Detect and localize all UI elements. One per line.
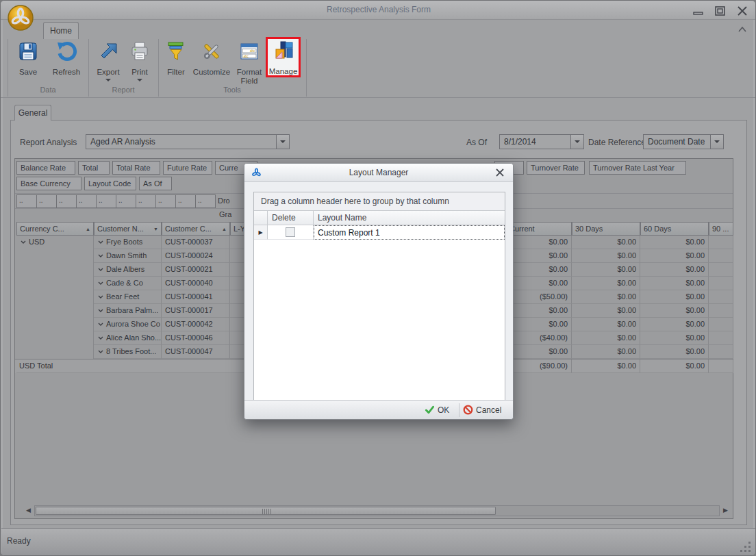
date-reference-label: Date Reference [588, 138, 646, 147]
dialog-grid-header-row: Delete Layout Name [254, 211, 505, 225]
dialog-close-icon[interactable] [495, 168, 505, 177]
grand-total-label: Gra [219, 210, 231, 218]
filter-cell[interactable]: .. [195, 194, 216, 208]
column-header-90-days[interactable]: 90 ... [709, 222, 733, 236]
close-button[interactable] [735, 6, 750, 16]
field-chip-total-rate[interactable]: Total Rate [112, 161, 160, 175]
ribbon-bottom-border [1, 97, 756, 98]
delete-checkbox[interactable] [286, 227, 295, 237]
column-header-current[interactable]: Current [506, 222, 572, 236]
filter-button[interactable]: Filter [162, 40, 190, 77]
restore-button[interactable] [713, 6, 728, 16]
print-button[interactable]: Print [126, 40, 153, 81]
filter-cell[interactable]: .. [155, 194, 176, 208]
expand-chevron-icon[interactable] [98, 268, 103, 271]
expand-chevron-icon[interactable] [98, 350, 103, 353]
expand-chevron-icon[interactable] [98, 281, 103, 285]
field-chip-turnover-rate-last-year[interactable]: Turnover Rate Last Year [589, 161, 686, 175]
resize-grip[interactable] [740, 541, 752, 553]
filter-cell[interactable]: .. [116, 194, 136, 208]
filter-cell[interactable]: .. [76, 194, 97, 208]
minimize-button[interactable] [691, 6, 706, 16]
chevron-down-icon [575, 140, 580, 143]
ribbon-group-data: Data [8, 86, 88, 94]
format-field-button[interactable]: abc abc Format Field [234, 40, 264, 86]
column-header-customer-name[interactable]: ▼ Customer N... [94, 222, 162, 236]
app-logo-button[interactable] [7, 4, 34, 31]
as-of-value: 8/1/2014 [504, 137, 536, 147]
tab-general[interactable]: General [14, 105, 51, 121]
column-header-30-days[interactable]: 30 Days [572, 222, 640, 236]
filter-label: Filter [162, 68, 190, 77]
expand-chevron-icon[interactable] [98, 254, 103, 257]
save-label: Save [12, 68, 44, 77]
format-field-icon: abc abc [238, 40, 260, 62]
print-icon [129, 40, 151, 62]
report-analysis-combo[interactable]: Aged AR Analysis [86, 134, 290, 149]
chevron-down-icon [280, 140, 286, 143]
column-header-customer-code[interactable]: ▲ Customer C... [162, 222, 230, 236]
field-chip-turnover-rate[interactable]: Turnover Rate [527, 161, 585, 175]
print-dropdown-arrow-icon[interactable] [137, 79, 142, 81]
layout-name-cell[interactable]: Custom Report 1 [314, 225, 505, 240]
report-analysis-dropdown-button[interactable] [276, 135, 289, 149]
filter-cell[interactable]: .. [96, 194, 116, 208]
expand-chevron-icon[interactable] [98, 336, 103, 340]
filter-cell[interactable]: .. [56, 194, 77, 208]
title-bar: Retrospective Analysis Form [1, 1, 756, 20]
refresh-label: Refresh [47, 68, 86, 77]
column-header-layout-name[interactable]: Layout Name [314, 211, 505, 225]
customize-button[interactable]: Customize [192, 40, 231, 77]
as-of-combo[interactable]: 8/1/2014 [499, 134, 584, 149]
export-button[interactable]: Export [92, 40, 125, 81]
tab-home[interactable]: Home [43, 22, 79, 39]
manage-button[interactable]: Manage [268, 40, 299, 76]
dialog-layout-grid: Drag a column header here to group by th… [253, 192, 505, 401]
expand-chevron-icon[interactable] [98, 295, 103, 299]
delete-cell[interactable] [268, 225, 314, 240]
ok-button[interactable]: OK [425, 403, 456, 417]
group-by-hint[interactable]: Drag a column header here to group by th… [254, 192, 505, 211]
scrollbar-grip [262, 509, 271, 514]
horizontal-scrollbar-track[interactable] [34, 505, 720, 516]
horizontal-scrollbar-thumb[interactable] [36, 507, 496, 515]
dialog-grid-row[interactable]: ▶ Custom Report 1 [254, 225, 505, 240]
status-bar: Ready [1, 528, 756, 556]
save-button[interactable]: Save [12, 40, 44, 77]
date-reference-dropdown-button[interactable] [710, 135, 723, 149]
ribbon-group-report: Report [88, 86, 158, 94]
field-chip-total[interactable]: Total [78, 161, 110, 175]
filter-cell[interactable]: .. [175, 194, 196, 208]
manage-icon [273, 40, 294, 62]
field-chip-future-rate[interactable]: Future Rate [163, 161, 212, 175]
expand-chevron-icon[interactable] [98, 309, 103, 312]
field-chip-layout-code[interactable]: Layout Code [84, 177, 136, 190]
column-header-currency[interactable]: ▲ Currency C... [16, 222, 94, 236]
field-chip-as-of[interactable]: As Of [139, 177, 172, 190]
ribbon-group-separator [306, 39, 307, 97]
filter-cell[interactable]: .. [136, 194, 156, 208]
column-header-60-days[interactable]: 60 Days [640, 222, 709, 236]
row-indicator-icon: ▶ [254, 225, 268, 240]
expand-chevron-icon[interactable] [98, 323, 103, 326]
dialog-title-bar[interactable]: Layout Manager [244, 164, 513, 182]
as-of-dropdown-button[interactable] [570, 135, 583, 149]
filter-cell[interactable]: .. [16, 194, 37, 208]
filter-cell[interactable]: .. [36, 194, 57, 208]
expand-chevron-icon[interactable] [98, 240, 103, 244]
cancel-button[interactable]: Cancel [463, 403, 509, 417]
ribbon-collapse-button[interactable] [737, 24, 748, 32]
export-dropdown-arrow-icon[interactable] [105, 79, 111, 81]
scroll-right-button[interactable]: ▶ [720, 505, 731, 516]
scroll-left-button[interactable]: ◀ [23, 505, 34, 516]
refresh-button[interactable]: Refresh [47, 40, 86, 77]
svg-text:abc: abc [250, 49, 255, 53]
window-title: Retrospective Analysis Form [1, 1, 756, 19]
field-chip-base-currency[interactable]: Base Currency [16, 177, 81, 190]
tab-home-label: Home [50, 26, 72, 36]
field-chip-balance-rate[interactable]: Balance Rate [16, 161, 75, 175]
save-icon [17, 40, 39, 62]
date-reference-combo[interactable]: Document Date [643, 134, 724, 149]
column-header-delete[interactable]: Delete [268, 211, 314, 225]
manage-label: Manage [268, 67, 299, 76]
